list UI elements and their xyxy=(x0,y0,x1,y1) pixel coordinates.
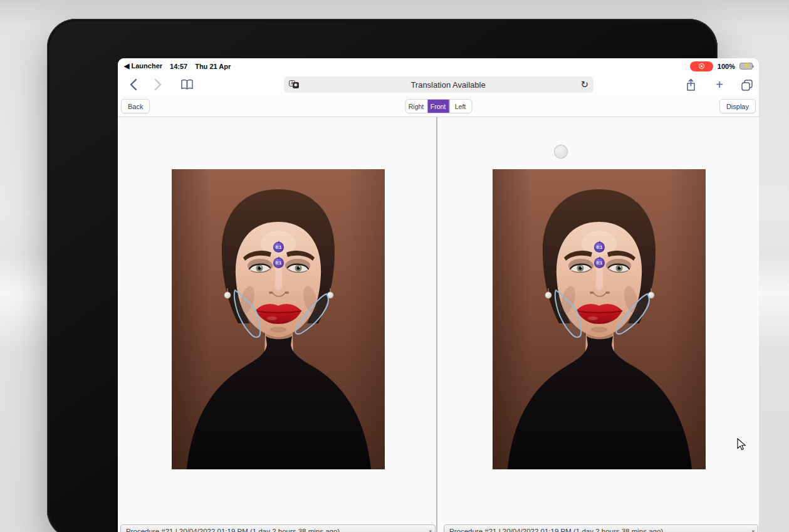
status-bar: ◀ Launcher 14:57 Thu 21 Apr 100% ⚡ xyxy=(118,58,759,74)
touch-indicator[interactable] xyxy=(554,145,568,159)
jaw-annotation-outlines xyxy=(493,169,706,469)
procedure-select-right[interactable]: Procedure #21 | 20/04/2022 01:19 PM (1 d… xyxy=(444,524,758,532)
open-book-icon xyxy=(180,79,194,90)
chevron-down-icon: ▾ xyxy=(429,528,432,532)
injection-marker[interactable]: 0:1 xyxy=(594,258,605,268)
patient-photo-left[interactable]: 0:1 0:1 xyxy=(172,169,385,469)
charging-bolt-icon: ⚡ xyxy=(740,62,753,68)
injection-marker[interactable]: 0:1 xyxy=(273,258,284,268)
translate-icon[interactable]: A ✱ xyxy=(289,80,303,90)
procedure-select-left[interactable]: Procedure #21 | 20/04/2022 01:19 PM (1 d… xyxy=(120,524,436,532)
chevron-down-icon: ▾ xyxy=(751,528,755,532)
reload-button[interactable]: ↻ xyxy=(580,76,588,93)
procedure-label: Procedure #21 | 20/04/2022 01:19 PM (1 d… xyxy=(126,528,340,532)
procedure-label: Procedure #21 | 20/04/2022 01:19 PM (1 d… xyxy=(449,528,663,532)
browser-toolbar: A ✱ Translation Available ↻ + xyxy=(118,74,759,95)
panel-divider xyxy=(436,117,437,532)
display-button[interactable]: Display xyxy=(719,99,756,113)
screen-recording-indicator[interactable] xyxy=(690,61,713,71)
bookmarks-button[interactable] xyxy=(179,77,194,92)
clock: 14:57 xyxy=(170,63,187,70)
comparison-area: 0:1 0:1 0:1 0:1 Procedure #21 | 20/04/20… xyxy=(118,117,759,532)
share-button[interactable] xyxy=(683,77,698,92)
page-title: Translation Available xyxy=(303,80,593,90)
back-button[interactable]: Back xyxy=(121,99,150,113)
battery-icon: ⚡ xyxy=(739,63,753,70)
tab-front-view[interactable]: Front xyxy=(427,100,449,113)
address-bar[interactable]: A ✱ Translation Available ↻ xyxy=(284,76,593,93)
tabs-button[interactable] xyxy=(739,77,755,92)
injection-marker[interactable]: 0:1 xyxy=(594,242,605,253)
patient-photo-right[interactable]: 0:1 0:1 xyxy=(493,169,706,469)
app-toolbar: Back Right Front Left Display xyxy=(118,95,759,117)
share-icon xyxy=(686,78,696,91)
chevron-left-icon xyxy=(129,78,137,91)
mouse-cursor xyxy=(737,438,748,451)
date: Thu 21 Apr xyxy=(195,63,231,70)
browser-back-button[interactable] xyxy=(125,77,140,92)
injection-marker[interactable]: 0:1 xyxy=(273,242,284,253)
ipad-frame: ◀ Launcher 14:57 Thu 21 Apr 100% ⚡ xyxy=(47,19,718,532)
desk-background: ◀ Launcher 14:57 Thu 21 Apr 100% ⚡ xyxy=(0,0,789,532)
chevron-right-icon xyxy=(154,78,162,91)
back-to-app-breadcrumb[interactable]: ◀ Launcher xyxy=(124,62,162,70)
browser-forward-button[interactable] xyxy=(150,77,165,92)
new-tab-button[interactable]: + xyxy=(712,77,727,92)
view-segmented-control: Right Front Left xyxy=(405,99,472,113)
tab-left-view[interactable]: Left xyxy=(449,100,471,113)
tab-right-view[interactable]: Right xyxy=(405,100,427,113)
tabs-icon xyxy=(741,79,753,91)
ipad-screen: ◀ Launcher 14:57 Thu 21 Apr 100% ⚡ xyxy=(118,58,759,532)
battery-percent: 100% xyxy=(718,63,735,70)
jaw-annotation-outlines xyxy=(172,169,385,469)
record-icon xyxy=(699,63,704,69)
